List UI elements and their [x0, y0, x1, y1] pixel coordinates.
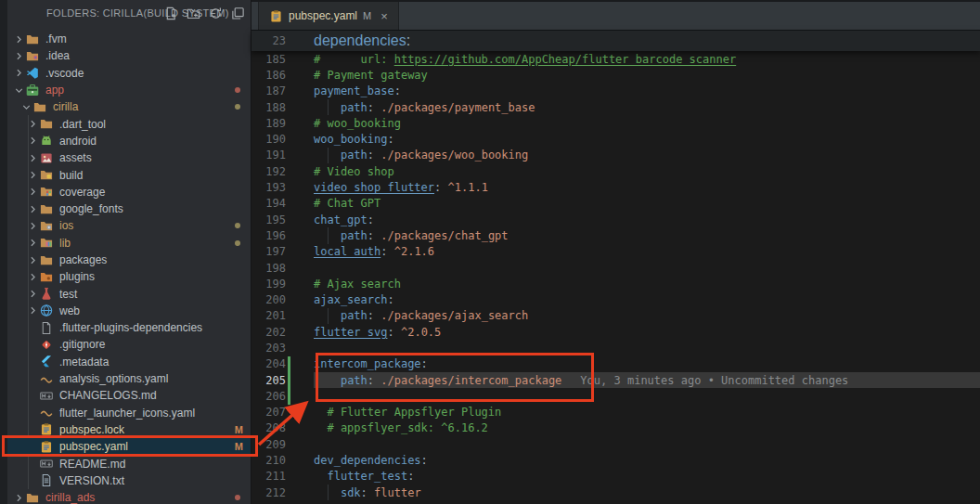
chevron-right-icon[interactable]	[27, 304, 39, 317]
code-line-203[interactable]: 203	[251, 340, 980, 355]
chevron-right-icon[interactable]	[27, 271, 39, 283]
code-line-212[interactable]: 212 sdk: flutter	[251, 485, 980, 500]
code-line-208[interactable]: 208 # appsflyer_sdk: ^6.16.2	[251, 420, 980, 436]
refresh-icon[interactable]	[209, 6, 223, 20]
tree-item-ios[interactable]: ios	[7, 217, 251, 234]
chevron-right-icon[interactable]	[13, 492, 25, 504]
code-line-205[interactable]: 205 path: ./packages/intercom_package Yo…	[251, 372, 980, 388]
line-number[interactable]: 198	[251, 262, 286, 275]
tree-item-pubspec.yaml[interactable]: pubspec.yaml M	[7, 438, 251, 455]
tree-item-.fvm[interactable]: .fvm	[7, 31, 251, 47]
line-number[interactable]: 210	[251, 454, 286, 467]
line-number[interactable]: 196	[251, 229, 286, 242]
line-number[interactable]: 195	[251, 213, 286, 226]
line-number[interactable]: 204	[251, 357, 286, 370]
code-line-193[interactable]: 193 video_shop_flutter: ^1.1.1	[251, 179, 980, 195]
code-line-192[interactable]: 192 # Video shop	[251, 163, 980, 179]
chevron-right-icon[interactable]	[27, 220, 39, 232]
tree-item-build[interactable]: build	[7, 166, 251, 183]
tab-close-icon[interactable]: ×	[380, 9, 388, 23]
chevron-right-icon[interactable]	[27, 186, 39, 198]
tree-item-.gitignore[interactable]: .gitignore	[7, 336, 251, 353]
chevron-right-icon[interactable]	[13, 33, 25, 45]
tree-item-CHANGELOGS.md[interactable]: CHANGELOGS.md	[7, 387, 251, 404]
code-line-200[interactable]: 200 ajax_search:	[251, 291, 980, 307]
chevron-right-icon[interactable]	[27, 169, 39, 181]
code-line-199[interactable]: 199 # Ajax search	[251, 276, 980, 291]
line-number[interactable]: 203	[251, 342, 286, 355]
line-number[interactable]: 193	[251, 181, 286, 194]
tree-item-pubspec.lock[interactable]: pubspec.lock M	[7, 421, 251, 438]
tree-item-cirilla[interactable]: cirilla	[7, 98, 251, 115]
code-line-189[interactable]: 189 # woo_booking	[251, 115, 980, 131]
tree-item-.idea[interactable]: .idea	[7, 47, 251, 64]
new-file-icon[interactable]	[164, 6, 178, 20]
tree-item-packages[interactable]: packages	[7, 252, 251, 268]
chevron-right-icon[interactable]	[27, 288, 39, 300]
code-line-204[interactable]: 204 intercom_package:	[251, 356, 980, 372]
code-line-211[interactable]: 211 flutter_test:	[251, 469, 980, 485]
line-number[interactable]: 207	[251, 406, 286, 419]
tree-item-assets[interactable]: assets	[7, 149, 251, 166]
code-line-207[interactable]: 207 # Flutter Appsflyer Plugin	[251, 405, 980, 420]
line-number[interactable]: 201	[251, 309, 286, 322]
code-line-209[interactable]: 209	[251, 436, 980, 452]
tree-item-.dart_tool[interactable]: .dart_tool	[7, 115, 251, 132]
code-line-202[interactable]: 202 flutter_svg: ^2.0.5	[251, 324, 980, 340]
code-line-194[interactable]: 194 # Chat GPT	[251, 196, 980, 212]
line-number[interactable]: 186	[251, 69, 286, 82]
line-number[interactable]: 205	[251, 374, 286, 387]
tree-item-VERSION.txt[interactable]: VERSION.txt	[7, 472, 251, 489]
code-line-191[interactable]: 191 path: ./packages/woo_booking	[251, 148, 980, 163]
tree-item-README.md[interactable]: README.md	[7, 455, 251, 472]
tree-item-test[interactable]: test	[7, 285, 251, 302]
chevron-right-icon[interactable]	[13, 67, 25, 79]
code-line-198[interactable]: 198	[251, 260, 980, 276]
code-line-196[interactable]: 196 path: ./packages/chat_gpt	[251, 227, 980, 243]
line-number[interactable]: 189	[251, 117, 286, 130]
tree-item-web[interactable]: web	[7, 303, 251, 319]
code-line-210[interactable]: 210 dev_dependencies:	[251, 452, 980, 468]
code-line-187[interactable]: 187 payment_base:	[251, 84, 980, 99]
line-number[interactable]: 192	[251, 165, 286, 178]
line-number[interactable]: 194	[251, 197, 286, 210]
code-line-206[interactable]: 206	[251, 388, 980, 404]
code-line-188[interactable]: 188 path: ./packages/payment_base	[251, 99, 980, 115]
chevron-right-icon[interactable]	[27, 203, 39, 215]
tree-item-flutter_launcher_icons.yaml[interactable]: flutter_launcher_icons.yaml	[7, 405, 251, 421]
code-line-195[interactable]: 195 chat_gpt:	[251, 212, 980, 227]
chevron-right-icon[interactable]	[27, 135, 39, 147]
tree-item-app[interactable]: app	[7, 82, 251, 98]
line-number[interactable]: 212	[251, 486, 286, 499]
line-number[interactable]: 197	[251, 245, 286, 258]
tree-item-google_fonts[interactable]: google_fonts	[7, 200, 251, 217]
tree-item-android[interactable]: android	[7, 133, 251, 149]
new-folder-icon[interactable]	[187, 6, 200, 20]
sticky-scroll-line[interactable]: 23 dependencies:	[251, 31, 980, 51]
tab-pubspec-yaml[interactable]: pubspec.yaml M ×	[258, 2, 399, 30]
tree-item-plugins[interactable]: plugins	[7, 268, 251, 285]
tree-item-coverage[interactable]: coverage	[7, 184, 251, 200]
line-number[interactable]: 209	[251, 438, 286, 451]
tree-item-.flutter-plugins-dependencies[interactable]: .flutter-plugins-dependencies	[7, 319, 251, 336]
tree-item-lib[interactable]: lib	[7, 235, 251, 252]
collapse-all-icon[interactable]	[231, 6, 245, 20]
chevron-right-icon[interactable]	[27, 237, 39, 249]
code-line-185[interactable]: 185 # url: https://github.com/AppCheap/f…	[251, 51, 980, 67]
line-number[interactable]: 187	[251, 84, 286, 97]
tree-item-analysis_options.yaml[interactable]: analysis_options.yaml	[7, 370, 251, 387]
line-number[interactable]: 185	[251, 53, 286, 66]
code-line-197[interactable]: 197 local_auth: ^2.1.6	[251, 244, 980, 260]
line-number[interactable]: 190	[251, 133, 286, 146]
line-number[interactable]: 191	[251, 149, 286, 162]
tree-item-.vscode[interactable]: .vscode	[7, 65, 251, 82]
line-number[interactable]: 206	[251, 390, 286, 403]
line-number[interactable]: 208	[251, 421, 286, 434]
chevron-right-icon[interactable]	[13, 50, 25, 62]
line-number[interactable]: 202	[251, 326, 286, 339]
tree-item-cirilla_ads[interactable]: cirilla_ads	[7, 489, 251, 504]
chevron-right-icon[interactable]	[27, 152, 39, 164]
code-line-201[interactable]: 201 path: ./packages/ajax_search	[251, 308, 980, 324]
tree-item-.metadata[interactable]: .metadata	[7, 354, 251, 370]
chevron-down-icon[interactable]	[20, 101, 32, 113]
